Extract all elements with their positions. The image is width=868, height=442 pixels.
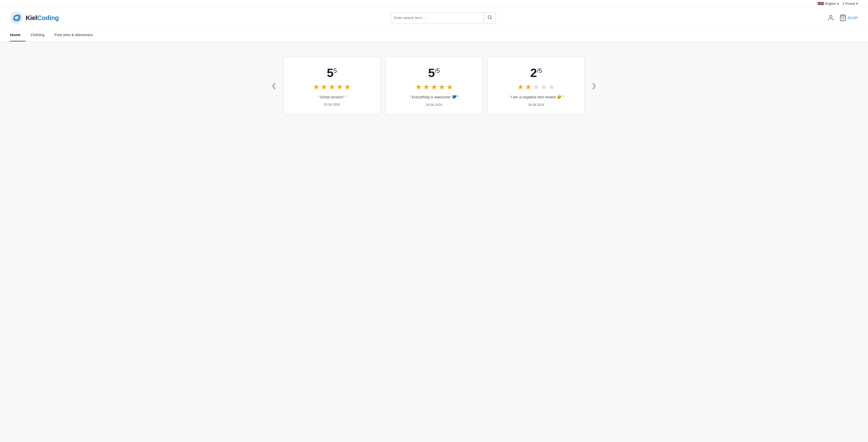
currency-label: £ Pound bbox=[843, 2, 855, 5]
rating-score-2: 5/5 bbox=[428, 67, 440, 79]
star-1-3: ★ bbox=[329, 82, 335, 91]
svg-line-2 bbox=[491, 18, 491, 19]
rating-score-1: 55 bbox=[327, 67, 337, 79]
nav-item-clothing[interactable]: Clothing bbox=[26, 29, 50, 41]
review-text-3: " I am a negative test review 😉 " bbox=[508, 95, 564, 99]
star-3-5: ★ bbox=[548, 82, 555, 91]
search-box bbox=[390, 12, 496, 23]
stars-2: ★ ★ ★ ★ ★ bbox=[415, 82, 453, 91]
review-date-3: 26.08.2024 bbox=[528, 103, 544, 107]
review-card-3: 2/5 ★ ★ ★ ★ ★ " I am a negative test rev… bbox=[488, 57, 585, 114]
nav-bar: Home Clothing Free time & electronics bbox=[0, 29, 868, 42]
nav-list: Home Clothing Free time & electronics bbox=[10, 29, 858, 41]
nav-item-home[interactable]: Home bbox=[10, 29, 26, 41]
cart-button[interactable]: £0.00* bbox=[839, 14, 858, 21]
review-text-1: " Great service! " bbox=[318, 95, 346, 99]
review-card-1: 55 ★ ★ ★ ★ ★ " Great service! " 26.08.20… bbox=[283, 57, 380, 114]
review-text-2: " Everything is awesome 💙 " bbox=[409, 95, 459, 99]
stars-3: ★ ★ ★ ★ ★ bbox=[517, 82, 555, 91]
star-1-4: ★ bbox=[336, 82, 343, 91]
logo-kiel: Kiel bbox=[26, 14, 37, 22]
account-button[interactable] bbox=[827, 14, 834, 21]
search-button[interactable] bbox=[484, 12, 496, 23]
language-dropdown-arrow: ▾ bbox=[837, 2, 839, 5]
star-3-4: ★ bbox=[540, 82, 547, 91]
star-3-2: ★ bbox=[525, 82, 532, 91]
star-1-2: ★ bbox=[321, 82, 328, 91]
currency-dropdown-arrow: ▾ bbox=[856, 2, 858, 5]
logo-icon bbox=[10, 11, 23, 24]
svg-point-3 bbox=[830, 15, 832, 18]
logo-coding: Coding bbox=[37, 14, 59, 22]
cart-amount: £0.00* bbox=[848, 16, 858, 20]
search-input[interactable] bbox=[391, 13, 484, 22]
carousel-next-button[interactable]: ❯ bbox=[589, 79, 599, 92]
rating-score-3: 2/5 bbox=[530, 67, 542, 79]
star-1-1: ★ bbox=[313, 82, 320, 91]
star-2-1: ★ bbox=[415, 82, 422, 91]
logo[interactable]: KielCoding bbox=[10, 11, 59, 24]
star-3-3: ★ bbox=[533, 82, 539, 91]
review-date-1: 26.08.2024 bbox=[324, 103, 340, 106]
header: KielCoding £0.00 bbox=[0, 7, 868, 29]
header-icons: £0.00* bbox=[827, 14, 858, 21]
uk-flag-icon bbox=[818, 1, 824, 5]
language-label: English bbox=[825, 2, 836, 5]
review-date-2: 26.08.2024 bbox=[426, 103, 442, 107]
account-icon bbox=[827, 14, 834, 21]
carousel-prev-button[interactable]: ❮ bbox=[269, 79, 279, 92]
star-2-4: ★ bbox=[438, 82, 445, 91]
star-1-5: ★ bbox=[344, 82, 351, 91]
cards-wrapper: 55 ★ ★ ★ ★ ★ " Great service! " 26.08.20… bbox=[283, 57, 585, 114]
star-2-3: ★ bbox=[431, 82, 437, 91]
star-3-1: ★ bbox=[517, 82, 524, 91]
currency-selector[interactable]: £ Pound ▾ bbox=[843, 2, 858, 5]
review-carousel: ❮ 55 ★ ★ ★ ★ ★ " Great service! " 26.08.… bbox=[10, 52, 858, 120]
star-2-5: ★ bbox=[446, 82, 453, 91]
language-selector[interactable]: English ▾ bbox=[818, 1, 839, 5]
review-card-2: 5/5 ★ ★ ★ ★ ★ " Everything is awesome 💙 … bbox=[385, 57, 483, 114]
nav-item-freetime[interactable]: Free time & electronics bbox=[50, 29, 98, 41]
search-area bbox=[390, 12, 496, 23]
logo-text: KielCoding bbox=[26, 14, 59, 22]
search-icon bbox=[488, 15, 492, 20]
cart-icon bbox=[839, 14, 846, 21]
star-2-2: ★ bbox=[423, 82, 430, 91]
stars-1: ★ ★ ★ ★ ★ bbox=[313, 82, 351, 91]
main-content: ❮ 55 ★ ★ ★ ★ ★ " Great service! " 26.08.… bbox=[0, 42, 868, 442]
top-bar: English ▾ £ Pound ▾ bbox=[0, 0, 868, 7]
